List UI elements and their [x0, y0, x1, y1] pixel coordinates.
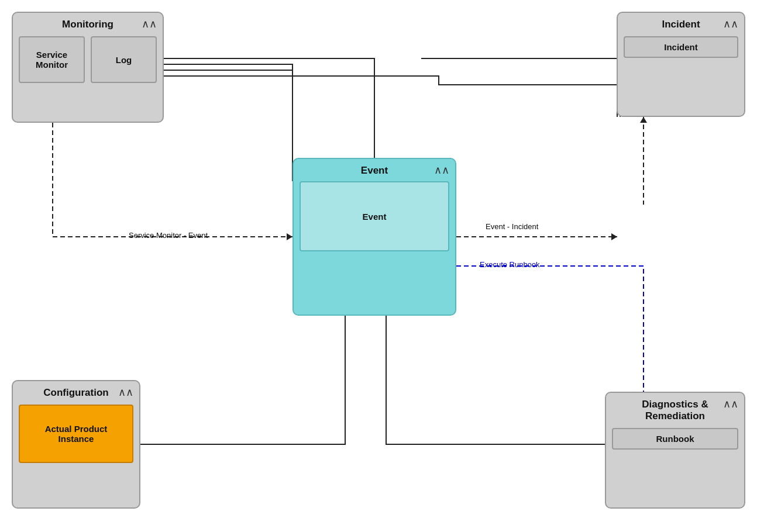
incident-inner-box: Incident: [624, 36, 738, 58]
incident-box: Incident ∧∧ Incident: [617, 12, 745, 117]
diagnostics-title: Diagnostics & Remediation: [612, 399, 738, 422]
actual-product-instance-box: Actual Product Instance: [19, 405, 133, 463]
diagnostics-icon: ∧∧: [723, 398, 738, 410]
service-monitor-event-label: Service Monitor - Event: [129, 231, 208, 240]
event-box: Event ∧∧ Event: [293, 158, 456, 316]
svg-marker-2: [611, 233, 617, 240]
log-box: Log: [91, 36, 157, 83]
svg-marker-0: [287, 233, 293, 240]
incident-icon: ∧∧: [723, 18, 738, 30]
execute-runbook-label: Execute Runbook: [480, 260, 540, 269]
service-monitor-box: Service Monitor: [19, 36, 85, 83]
diagnostics-box: Diagnostics & Remediation ∧∧ Runbook: [605, 392, 745, 509]
configuration-box: Configuration ∧∧ Actual Product Instance: [12, 380, 140, 509]
event-inner-box: Event: [300, 181, 449, 251]
event-title: Event: [300, 165, 449, 177]
monitoring-title: Monitoring: [19, 19, 157, 30]
configuration-title: Configuration: [19, 387, 133, 399]
runbook-box: Runbook: [612, 428, 738, 450]
event-incident-label: Event - Incident: [486, 222, 538, 231]
event-icon: ∧∧: [434, 164, 449, 177]
svg-marker-4: [640, 117, 647, 123]
monitoring-icon: ∧∧: [142, 18, 157, 30]
incident-title: Incident: [624, 19, 738, 30]
configuration-icon: ∧∧: [118, 386, 133, 399]
diagram-container: Monitoring ∧∧ Service Monitor Log Event …: [0, 0, 757, 532]
monitoring-box: Monitoring ∧∧ Service Monitor Log: [12, 12, 164, 123]
